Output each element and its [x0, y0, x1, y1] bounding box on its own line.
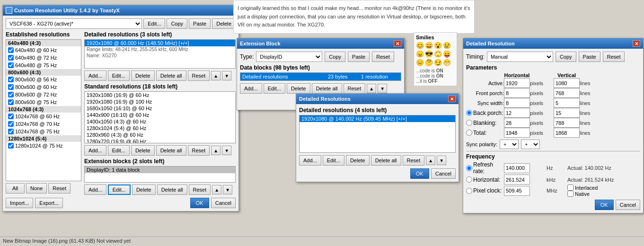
- down-arrow-data[interactable]: ▼: [378, 84, 387, 93]
- delete-all-det-button[interactable]: Delete all: [371, 155, 401, 166]
- edit-button[interactable]: Edit...: [143, 18, 165, 29]
- delete-all-ext-button[interactable]: Delete all: [157, 184, 187, 195]
- list-item[interactable]: 1280x1024 (5:4) @ 60 Hz: [85, 125, 235, 132]
- list-item[interactable]: 1680x1050 (16:10) @ 60 Hz: [85, 105, 235, 112]
- ok-button[interactable]: OK: [190, 198, 209, 208]
- right-paste-button[interactable]: Paste: [579, 52, 600, 62]
- down-arrow-standard[interactable]: ▼: [222, 146, 231, 155]
- refresh-rate-input[interactable]: [504, 163, 530, 173]
- up-arrow-standard[interactable]: ▲: [211, 146, 221, 155]
- blanking-radio[interactable]: [466, 120, 472, 126]
- interlaced-checkbox[interactable]: [567, 184, 573, 191]
- det-res-close[interactable]: ✕: [448, 96, 456, 102]
- horizontal-input[interactable]: [504, 175, 530, 184]
- extension-listbox[interactable]: DisplayID: 1 data block: [84, 166, 236, 183]
- list-item[interactable]: DisplayID: 1 data block: [85, 167, 235, 173]
- established-listbox[interactable]: 640x480 (4:3) 640x480 @ 60 Hz 640x480 @ …: [6, 39, 81, 181]
- native-checkbox[interactable]: [567, 191, 573, 197]
- sync-v-select[interactable]: +-: [521, 140, 540, 149]
- list-item[interactable]: 640x480 @ 60 Hz: [6, 46, 81, 54]
- delete-standard-button[interactable]: Delete: [131, 145, 155, 156]
- up-arrow-ext[interactable]: ▲: [212, 185, 221, 194]
- list-item[interactable]: 800x600 @ 75 Hz: [6, 98, 81, 106]
- reset-ext-button[interactable]: Reset: [189, 184, 211, 195]
- list-item[interactable]: 1920x1080 (16:9) @ 60 Hz: [85, 92, 235, 98]
- list-item[interactable]: 1440x900 (16:10) @ 60 Hz: [85, 112, 235, 118]
- list-item[interactable]: 1920x1080 @ 140.002 Hz (509.45 MHz) [+/+…: [300, 115, 455, 122]
- active-v-input[interactable]: [554, 78, 580, 88]
- reset-established-button[interactable]: Reset: [48, 183, 71, 193]
- list-item[interactable]: 1400x1050 (4:3) @ 60 Hz: [85, 118, 235, 125]
- delete-data-button[interactable]: Delete: [287, 83, 310, 94]
- active-h-input[interactable]: [504, 78, 530, 88]
- delete-all-detailed-button[interactable]: Delete all: [156, 70, 186, 81]
- delete-all-standard-button[interactable]: Delete all: [156, 145, 186, 156]
- add-ext-button[interactable]: Add...: [84, 184, 106, 195]
- front-porch-v-input[interactable]: [554, 88, 580, 98]
- list-item[interactable]: 1280x720 (16:9) @ 60 Hz: [85, 138, 235, 143]
- list-item[interactable]: 1920x1080 @ 60.000 Hz (148.50 MHz) [+/+]: [85, 40, 235, 46]
- pixel-clock-radio[interactable]: [466, 188, 472, 194]
- blanking-v-input[interactable]: [554, 118, 580, 128]
- det-res-listbox[interactable]: 1920x1080 @ 140.002 Hz (509.45 MHz) [+/+…: [299, 115, 456, 153]
- list-item[interactable]: 640x480 @ 72 Hz: [6, 54, 81, 62]
- down-arrow-ext[interactable]: ▼: [223, 185, 232, 194]
- list-item[interactable]: 800x600 @ 60 Hz: [6, 83, 81, 91]
- import-button[interactable]: Import...: [6, 198, 33, 208]
- list-item[interactable]: 640x480 @ 75 Hz: [6, 62, 81, 69]
- up-arrow-detailed[interactable]: ▲: [211, 71, 221, 80]
- list-item[interactable]: 1280x960 (4:3) @ 60 Hz: [85, 132, 235, 138]
- monitor-dropdown[interactable]: VSCF638 - XG270 (active)*: [6, 18, 142, 29]
- add-standard-button[interactable]: Add...: [84, 145, 106, 156]
- detailed-listbox[interactable]: 1920x1080 @ 60.000 Hz (148.50 MHz) [+/+]…: [84, 39, 236, 69]
- add-det-button[interactable]: Add...: [299, 155, 321, 166]
- sync-width-h-input[interactable]: [504, 98, 530, 108]
- down-arrow-detailed[interactable]: ▼: [222, 71, 231, 80]
- up-arrow-det[interactable]: ▲: [426, 156, 435, 165]
- ext-reset-button[interactable]: Reset: [372, 52, 394, 62]
- list-item[interactable]: 800x600 @ 56 Hz: [6, 76, 81, 83]
- reset-standard-button[interactable]: Reset: [188, 145, 210, 156]
- none-button[interactable]: None: [26, 183, 47, 193]
- paste-button[interactable]: Paste: [189, 18, 211, 29]
- edit-detailed-button[interactable]: Edit...: [108, 70, 130, 81]
- export-button[interactable]: Export...: [35, 198, 63, 208]
- refresh-rate-radio[interactable]: [466, 165, 472, 171]
- sync-width-v-input[interactable]: [554, 98, 580, 108]
- reset-detailed-button[interactable]: Reset: [188, 70, 210, 81]
- down-arrow-det[interactable]: ▼: [437, 156, 446, 165]
- delete-det-button[interactable]: Delete: [346, 155, 370, 166]
- back-porch-h-input[interactable]: [504, 108, 530, 118]
- horizontal-radio[interactable]: [466, 176, 472, 183]
- list-item[interactable]: 1280x1024 @ 75 Hz: [6, 142, 81, 149]
- front-porch-h-input[interactable]: [504, 88, 530, 98]
- add-data-button[interactable]: Add...: [240, 83, 262, 94]
- add-detailed-button[interactable]: Add...: [84, 70, 106, 81]
- type-dropdown[interactable]: DisplayID: [256, 52, 322, 62]
- edit-standard-button[interactable]: Edit...: [108, 145, 130, 156]
- cancel-button[interactable]: Cancel: [211, 198, 236, 208]
- edit-ext-button[interactable]: Edit...: [108, 184, 131, 195]
- list-item[interactable]: 1024x768 @ 70 Hz: [6, 120, 81, 128]
- delete-detailed-button[interactable]: Delete: [131, 70, 155, 81]
- ext-copy-button[interactable]: Copy: [325, 52, 345, 62]
- det-res-right-close[interactable]: ✕: [633, 40, 640, 47]
- total-radio[interactable]: [466, 130, 472, 136]
- total-h-input[interactable]: [504, 128, 530, 138]
- list-item[interactable]: 1024x768 @ 75 Hz: [6, 128, 81, 135]
- edit-data-button[interactable]: Edit...: [264, 83, 285, 94]
- delete-button[interactable]: Delete: [212, 18, 236, 29]
- right-copy-button[interactable]: Copy: [556, 52, 576, 62]
- all-button[interactable]: All: [6, 183, 25, 193]
- reset-data-button[interactable]: Reset: [344, 83, 366, 94]
- up-arrow-data[interactable]: ▲: [367, 84, 376, 93]
- timing-dropdown[interactable]: Manual: [487, 52, 553, 62]
- ext-paste-button[interactable]: Paste: [348, 52, 370, 62]
- edit-det-button[interactable]: Edit...: [323, 155, 344, 166]
- right-cancel-button[interactable]: Cancel: [616, 200, 640, 210]
- copy-button[interactable]: Copy: [167, 18, 187, 29]
- blanking-h-input[interactable]: [504, 118, 530, 128]
- total-v-input[interactable]: [554, 128, 580, 138]
- ext-block-close[interactable]: ✕: [394, 40, 401, 47]
- standard-listbox[interactable]: 1920x1080 (16:9) @ 60 Hz 1920x1080 (16:9…: [84, 91, 236, 143]
